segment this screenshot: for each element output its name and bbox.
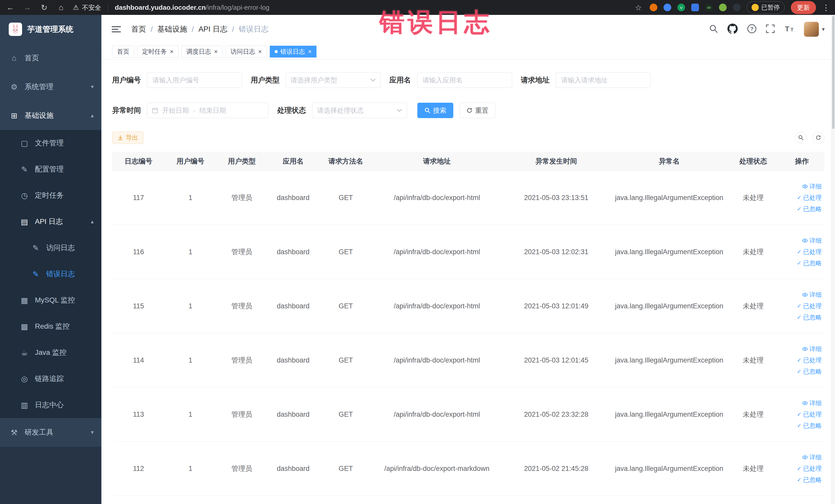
mark-ignored-link[interactable]: ✓ 已忽略 xyxy=(797,313,822,321)
scrollbar-thumb[interactable] xyxy=(832,16,834,129)
close-icon[interactable]: × xyxy=(170,48,174,55)
close-icon[interactable]: × xyxy=(308,48,312,55)
paused-badge[interactable]: 已暂停 xyxy=(747,1,785,14)
help-icon[interactable]: ? xyxy=(747,24,757,35)
mark-processed-link[interactable]: ✓ 已处理 xyxy=(797,356,822,364)
user-menu[interactable]: ▾ xyxy=(804,22,825,37)
request-url-input[interactable] xyxy=(556,73,651,88)
mark-ignored-link[interactable]: ✓ 已忽略 xyxy=(797,476,822,484)
close-icon[interactable]: × xyxy=(214,48,218,55)
mark-ignored-link[interactable]: ✓ 已忽略 xyxy=(797,367,822,376)
browser-forward-icon[interactable]: → xyxy=(22,3,32,12)
ignored-label: 已忽略 xyxy=(803,422,822,430)
process-status-select[interactable]: 请选择处理状态 xyxy=(312,103,407,118)
hamburger-icon[interactable] xyxy=(111,25,121,33)
extension-icon-on-badge[interactable]: on xyxy=(705,4,713,11)
sidebar-item-redis-monitor[interactable]: ▩ Redis 监控 xyxy=(0,313,101,339)
mark-processed-link[interactable]: ✓ 已处理 xyxy=(797,248,822,256)
sidebar-item-cron-job[interactable]: ◷ 定时任务 xyxy=(0,182,101,208)
scrollbar[interactable] xyxy=(831,15,835,504)
date-range-picker[interactable]: 开始日期 - 结束日期 xyxy=(147,103,268,118)
breadcrumb-item[interactable]: 首页 xyxy=(131,24,146,35)
check-icon: ✓ xyxy=(797,357,802,364)
cell-log-id: 115 xyxy=(112,302,165,310)
cell-status: 未处理 xyxy=(727,410,779,419)
browser-reload-icon[interactable]: ↻ xyxy=(39,3,49,12)
extension-icon-blue-grid[interactable] xyxy=(691,4,699,11)
browser-menu-icon[interactable]: ⋮ xyxy=(822,3,830,12)
mark-processed-link[interactable]: ✓ 已处理 xyxy=(797,410,822,419)
detail-link[interactable]: 详细 xyxy=(802,291,822,299)
address-bar[interactable]: dashboard.yudao.iocoder.cn /infra/log/ap… xyxy=(115,4,269,12)
mark-processed-link[interactable]: ✓ 已处理 xyxy=(797,302,822,310)
extension-icon-dark[interactable] xyxy=(733,4,740,11)
sidebar-item-file-manage[interactable]: ▢ 文件管理 xyxy=(0,130,101,156)
github-icon[interactable] xyxy=(728,24,738,35)
detail-link[interactable]: 详细 xyxy=(802,182,822,190)
close-icon[interactable]: × xyxy=(258,48,262,55)
mark-ignored-link[interactable]: ✓ 已忽略 xyxy=(797,422,822,430)
sidebar-item-log-center[interactable]: ▥ 日志中心 xyxy=(0,392,101,418)
sidebar-item-api-log[interactable]: ▤ API 日志 ▴ xyxy=(0,208,101,235)
extension-icon-orange[interactable] xyxy=(650,4,657,11)
refresh-table-button[interactable] xyxy=(812,132,824,143)
search-button[interactable]: 搜索 xyxy=(418,103,453,118)
mark-ignored-link[interactable]: ✓ 已忽略 xyxy=(797,205,822,213)
font-size-icon[interactable]: T T xyxy=(784,24,795,35)
update-button[interactable]: 更新 xyxy=(791,1,816,14)
app-name-input[interactable] xyxy=(417,73,512,88)
table-header: 日志编号 用户编号 用户类型 应用名 请求方法名 请求地址 异常发生时间 异常名… xyxy=(112,152,824,171)
detail-link[interactable]: 详细 xyxy=(802,453,822,461)
export-button[interactable]: 导出 xyxy=(112,132,143,144)
tab-home[interactable]: 首页 xyxy=(112,46,134,58)
breadcrumb-item[interactable]: API 日志 xyxy=(199,24,227,35)
browser-back-icon[interactable]: ← xyxy=(5,3,15,12)
sidebar-item-label: 访问日志 xyxy=(46,243,75,253)
sidebar-item-error-log[interactable]: ✎ 错误日志 xyxy=(0,261,101,287)
refresh-icon xyxy=(466,107,472,114)
mark-processed-link[interactable]: ✓ 已处理 xyxy=(797,464,822,473)
chevron-up-icon: ▴ xyxy=(91,218,94,225)
sidebar-item-label: 定时任务 xyxy=(35,190,64,200)
detail-link[interactable]: 详细 xyxy=(802,399,822,407)
detail-link[interactable]: 详细 xyxy=(802,345,822,353)
eye-icon xyxy=(802,347,808,351)
sidebar-item-access-log[interactable]: ✎ 访问日志 xyxy=(0,235,101,261)
tab-error-log[interactable]: 错误日志 × xyxy=(270,46,317,58)
site-security-info[interactable]: ⚠ 不安全 xyxy=(73,3,108,12)
sidebar-item-infra[interactable]: ⊞ 基础设施 ▴ xyxy=(0,101,101,130)
sidebar-item-java-monitor[interactable]: ☕ Java 监控 xyxy=(0,339,101,366)
breadcrumb-item[interactable]: 基础设施 xyxy=(157,24,187,35)
pencil-icon: ✎ xyxy=(31,269,41,279)
extension-icon-blue-drop[interactable] xyxy=(664,4,671,11)
app-logo[interactable]: 芋道管理系统 xyxy=(0,15,101,44)
tab-access-log[interactable]: 访问日志 × xyxy=(226,46,267,58)
sidebar-item-config-manage[interactable]: ✎ 配置管理 xyxy=(0,156,101,182)
sidebar-empty-area xyxy=(0,447,101,504)
user-id-input[interactable] xyxy=(147,73,242,88)
sidebar-item-dev-tools[interactable]: ⚒ 研发工具 ▾ xyxy=(0,418,101,447)
sidebar-item-trace[interactable]: ◎ 链路追踪 xyxy=(0,366,101,392)
detail-link[interactable]: 详细 xyxy=(802,237,822,245)
search-icon[interactable] xyxy=(709,24,718,35)
browser-home-icon[interactable]: ⌂ xyxy=(56,3,66,12)
bookmark-star-icon[interactable]: ☆ xyxy=(633,3,644,12)
tab-schedule-log[interactable]: 调度日志 × xyxy=(182,46,223,58)
filter-request-url: 请求地址 xyxy=(521,73,651,88)
extension-icon-green-v[interactable]: V xyxy=(677,4,685,11)
sidebar-item-home[interactable]: ⌂ 首页 xyxy=(0,44,101,73)
pencil-icon: ✎ xyxy=(31,243,41,253)
fullscreen-icon[interactable] xyxy=(766,24,775,34)
search-icon xyxy=(798,135,804,140)
mark-ignored-link[interactable]: ✓ 已忽略 xyxy=(797,259,822,267)
tab-cron-job[interactable]: 定时任务 × xyxy=(137,46,178,58)
check-icon: ✓ xyxy=(797,194,802,201)
eye-icon: ◎ xyxy=(20,374,29,383)
extension-icon-leaf[interactable] xyxy=(719,4,727,11)
sidebar-item-mysql-monitor[interactable]: ▦ MySQL 监控 xyxy=(0,287,101,313)
user-type-select[interactable]: 请选择用户类型 xyxy=(286,73,381,88)
sidebar-item-system[interactable]: ⚙ 系统管理 ▾ xyxy=(0,73,101,101)
toggle-search-button[interactable] xyxy=(795,132,807,143)
reset-button[interactable]: 重置 xyxy=(460,103,495,118)
mark-processed-link[interactable]: ✓ 已处理 xyxy=(797,194,822,202)
